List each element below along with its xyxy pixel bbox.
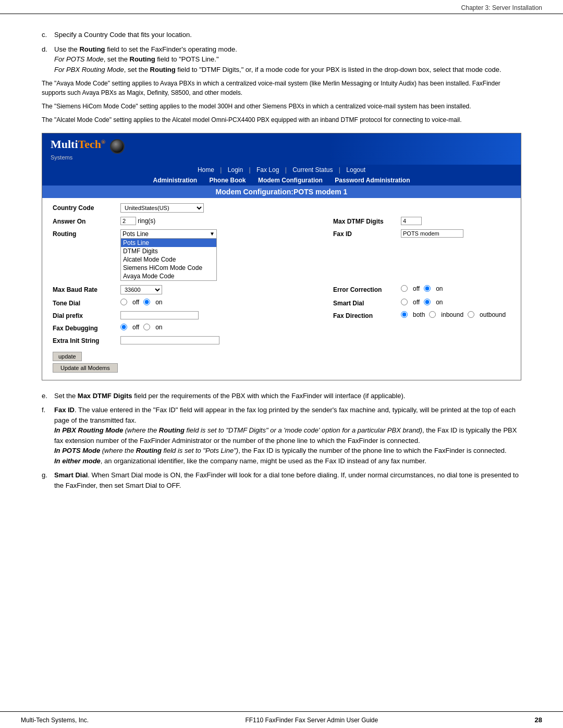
- routing-option-avaya[interactable]: Avaya Mode Code: [121, 272, 216, 280]
- note-alcatel: The "Alcatel Mode Code" setting applies …: [42, 115, 521, 125]
- tone-dial-row: Tone Dial off on Smart Dial off on: [53, 299, 510, 307]
- tone-dial-label: Tone Dial: [53, 299, 120, 307]
- routing-field: Pots Line ▼ Pots Line DTMF Digits Alcate…: [120, 229, 333, 281]
- mt-form: Country Code UnitedStates(US) Answer On …: [42, 198, 521, 380]
- chapter-heading: Chapter 3: Server Installation: [461, 4, 542, 11]
- list-content-e: Set the Max DTMF Digits field per the re…: [54, 391, 521, 401]
- extra-init-row: Extra Init String: [53, 336, 510, 344]
- country-code-select[interactable]: UnitedStates(US): [120, 203, 204, 213]
- note-avaya: The "Avaya Mode Code" setting applies to…: [42, 79, 521, 97]
- list-content-c: Specify a Country Code that fits your lo…: [54, 30, 521, 40]
- country-code-field: UnitedStates(US): [120, 203, 510, 213]
- error-correction-radio-group: off on: [401, 285, 510, 292]
- list-content-d: Use the Routing field to set the FaxFind…: [54, 44, 521, 75]
- nav-login[interactable]: Login: [228, 166, 243, 174]
- extra-init-label: Extra Init String: [53, 336, 120, 344]
- max-dtmf-input[interactable]: [401, 217, 422, 225]
- dial-prefix-label: Dial prefix: [53, 311, 120, 319]
- baud-rate-row: Max Baud Rate 33600 Error Correction off…: [53, 285, 510, 294]
- country-code-row: Country Code UnitedStates(US): [53, 203, 510, 213]
- error-correction-off[interactable]: [401, 285, 408, 292]
- answer-on-label: Answer On: [53, 217, 120, 225]
- list-content-f: Fax ID. The value entered in the "Fax ID…: [54, 405, 521, 466]
- nav-logout[interactable]: Logout: [346, 166, 365, 174]
- routing-option-dtmf[interactable]: DTMF Digits: [121, 247, 216, 255]
- routing-option-pots[interactable]: Pots Line: [121, 239, 216, 247]
- smart-dial-right: Smart Dial off on: [333, 299, 510, 307]
- nav-administration[interactable]: Administration: [153, 177, 198, 184]
- mt-nav-bottom: Administration Phone Book Modem Configur…: [42, 175, 521, 186]
- page-header: Chapter 3: Server Installation: [0, 0, 563, 14]
- fax-debugging-row: Fax Debugging off on: [53, 324, 510, 332]
- routing-row: Routing Pots Line ▼ Pots Line DTMF Digit…: [53, 229, 510, 281]
- nav-fax-log[interactable]: Fax Log: [256, 166, 279, 174]
- mt-header: MultiTech® Systems: [42, 133, 521, 165]
- fax-debugging-radio-group: off on: [120, 324, 510, 331]
- fax-debugging-label: Fax Debugging: [53, 324, 120, 332]
- list-item-d: d. Use the Routing field to set the FaxF…: [42, 44, 521, 75]
- extra-init-field: [120, 336, 510, 344]
- error-correction-on[interactable]: [424, 285, 431, 292]
- tone-dial-off[interactable]: [120, 299, 127, 305]
- smart-dial-radio-group: off on: [401, 299, 510, 306]
- tone-dial-radio-group: off on: [120, 299, 333, 306]
- list-label-f: f.: [42, 405, 54, 466]
- list-item-e: e. Set the Max DTMF Digits field per the…: [42, 391, 521, 401]
- extra-init-input[interactable]: [120, 336, 219, 344]
- nav-sep-3: |: [285, 166, 287, 174]
- fax-direction-inbound[interactable]: [429, 311, 436, 318]
- error-correction-field: off on: [401, 285, 510, 292]
- nav-modem-configuration[interactable]: Modem Configuration: [258, 177, 323, 184]
- screenshot-box: MultiTech® Systems Home | Login | Fax Lo…: [42, 133, 521, 380]
- routing-dropdown-expanded[interactable]: Pots Line ▼ Pots Line DTMF Digits Alcate…: [120, 229, 217, 281]
- baud-rate-label: Max Baud Rate: [53, 285, 120, 293]
- max-dtmf-field: [401, 217, 510, 225]
- fax-direction-label: Fax Direction: [333, 311, 401, 319]
- page-footer: Multi-Tech Systems, Inc. FF110 FaxFinder…: [0, 711, 563, 728]
- list-item-c: c. Specify a Country Code that fits your…: [42, 30, 521, 40]
- footer-product: FF110 FaxFinder Fax Server Admin User Gu…: [245, 717, 378, 724]
- fax-id-right: Fax ID: [333, 229, 510, 238]
- list-label-c: c.: [42, 30, 54, 40]
- page-content: c. Specify a Country Code that fits your…: [0, 14, 563, 526]
- routing-label: Routing: [53, 229, 120, 238]
- fax-direction-outbound[interactable]: [468, 311, 474, 318]
- tone-dial-field: off on: [120, 299, 333, 306]
- fax-id-input[interactable]: [401, 229, 463, 238]
- tone-dial-on[interactable]: [143, 299, 150, 305]
- fax-id-field: [401, 229, 510, 238]
- routing-dropdown-arrow: ▼: [210, 231, 215, 237]
- max-dtmf-right: Max DTMF Digits: [333, 217, 510, 225]
- nav-home[interactable]: Home: [198, 166, 214, 174]
- form-title: Modem Configuration:POTS modem 1: [216, 188, 348, 196]
- fax-direction-field: both inbound outbound: [401, 311, 510, 318]
- fax-direction-both[interactable]: [401, 311, 408, 318]
- nav-current-status[interactable]: Current Status: [292, 166, 333, 174]
- routing-selected-value: Pots Line: [123, 230, 149, 238]
- list-item-f: f. Fax ID. The value entered in the "Fax…: [42, 405, 521, 466]
- routing-option-siemens[interactable]: Siemens HiCom Mode Code: [121, 264, 216, 272]
- list-content-g: Smart Dial. When Smart Dial mode is ON, …: [54, 470, 521, 490]
- update-all-button[interactable]: Update all Modems: [53, 363, 118, 373]
- fax-debugging-field: off on: [120, 324, 510, 331]
- note-siemens: The "Siemens HiCom Mode Code" setting ap…: [42, 102, 521, 111]
- nav-sep-2: |: [249, 166, 251, 174]
- baud-rate-field: 33600: [120, 285, 333, 294]
- smart-dial-field: off on: [401, 299, 510, 306]
- error-correction-label: Error Correction: [333, 285, 401, 293]
- baud-rate-select[interactable]: 33600: [120, 285, 162, 294]
- fax-debugging-on[interactable]: [143, 324, 150, 330]
- answer-on-suffix: ring(s): [138, 217, 155, 225]
- smart-dial-label: Smart Dial: [333, 299, 401, 307]
- nav-phone-book[interactable]: Phone Book: [210, 177, 246, 184]
- smart-dial-off[interactable]: [401, 299, 408, 305]
- answer-on-input[interactable]: [120, 217, 136, 225]
- update-button[interactable]: update: [53, 352, 82, 361]
- error-correction-right: Error Correction off on: [333, 285, 510, 293]
- smart-dial-on[interactable]: [424, 299, 431, 305]
- routing-option-alcatel[interactable]: Alcatel Mode Code: [121, 255, 216, 264]
- dial-prefix-input[interactable]: [120, 311, 199, 319]
- fax-debugging-off[interactable]: [120, 324, 127, 330]
- nav-password-administration[interactable]: Password Administration: [335, 177, 410, 184]
- country-code-label: Country Code: [53, 203, 120, 212]
